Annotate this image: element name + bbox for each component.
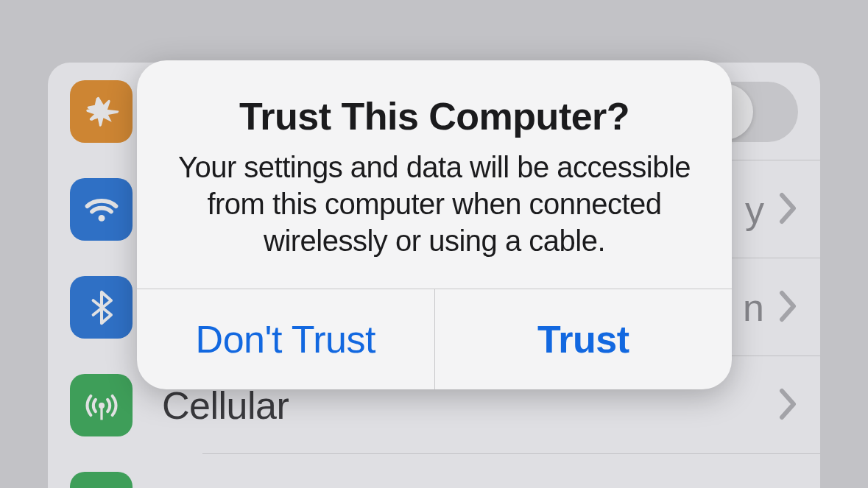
alert-title: Trust This Computer? (159, 94, 710, 138)
alert-buttons: Don't Trust Trust (137, 289, 732, 389)
trust-button[interactable]: Trust (435, 289, 733, 389)
alert-message: Your settings and data will be accessibl… (159, 149, 710, 259)
dont-trust-button[interactable]: Don't Trust (137, 289, 435, 389)
trust-computer-alert: Trust This Computer? Your settings and d… (137, 60, 732, 389)
